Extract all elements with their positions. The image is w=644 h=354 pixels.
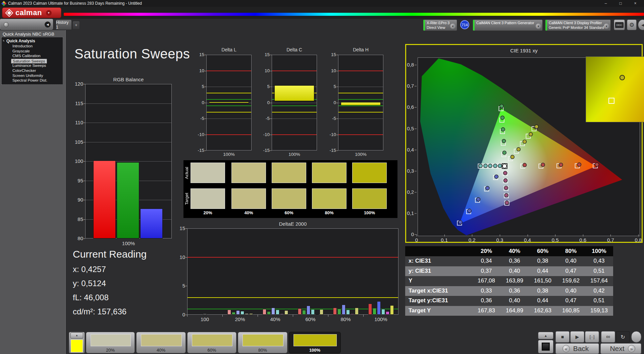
deltae-group-label: 100	[192, 316, 218, 322]
refresh-icon: ↻	[621, 334, 625, 340]
pattern-tile-20%[interactable]: 20%	[86, 332, 135, 353]
table-cell: 0,47	[557, 297, 585, 304]
deltae-bar	[263, 309, 266, 315]
delta_c-gridline	[272, 103, 317, 103]
table-cell: 0,51	[585, 297, 613, 304]
swatch-column-label: 20%	[191, 210, 225, 215]
deltae-bar	[351, 314, 354, 315]
play-button[interactable]: ▶	[570, 331, 584, 343]
stop-button[interactable]: ■	[555, 331, 570, 343]
rgb-gridline	[86, 123, 171, 123]
frame-icon: [··]	[590, 335, 595, 339]
cie-xtick-label: 0,3	[493, 237, 506, 243]
swatch-column-label: 60%	[272, 210, 306, 215]
delta_h-gridline	[338, 87, 383, 87]
deltae-bar	[346, 310, 350, 315]
square-icon	[542, 343, 550, 351]
continuous-read-button[interactable]: ∞	[601, 331, 615, 343]
swatch-actual-40%	[231, 163, 266, 183]
swatch-actual-100%	[352, 163, 387, 183]
delta_l-ytick-mark	[205, 71, 206, 71]
swatch-actual-80%	[312, 163, 346, 183]
delta_c-ytick-mark	[270, 71, 272, 71]
delta_l-ytick-label: 5	[194, 84, 204, 89]
delta_l-bar	[209, 102, 249, 103]
table-header-cell: 20%	[472, 248, 500, 255]
deltae-xtick-mark	[258, 315, 258, 317]
delta_l-ytick-label: -15	[194, 148, 204, 153]
pattern-tile-40%[interactable]: 40%	[136, 332, 186, 353]
delta_c-title: Delta C	[272, 47, 317, 52]
pattern-tile-60%[interactable]: 60%	[187, 332, 236, 353]
deltae-red-limit-line	[187, 257, 398, 258]
delta_l-ytick-mark	[205, 150, 206, 151]
pattern-tile-100%[interactable]: 100%	[289, 332, 341, 353]
cie-ytick-mark	[415, 171, 417, 171]
pattern-tile-swatch	[141, 334, 182, 346]
delta_l-ytick-mark	[205, 119, 206, 119]
bottom-current-swatch[interactable]	[71, 340, 83, 352]
delta_c-ytick-mark	[270, 87, 272, 87]
pattern-tile-80%[interactable]: 80%	[238, 332, 287, 353]
delta_c-ytick-label: 10	[259, 68, 270, 73]
transport-up-button[interactable]: ▲	[538, 332, 553, 339]
refresh-button[interactable]: ↻	[616, 331, 630, 343]
transport-big-stop-button[interactable]	[538, 340, 553, 353]
table-cell: 0,51	[585, 268, 613, 274]
cie-xtick-label: 0,6	[576, 237, 590, 243]
delta_c-gridline	[272, 119, 317, 119]
rgb-ytick-label: 110	[69, 120, 83, 125]
swatch-row-label-actual: Actual	[184, 163, 190, 183]
rgb-ytick-label: 90	[69, 197, 83, 203]
next-chevron-icon: »	[628, 345, 635, 352]
delta_h-ytick-mark	[336, 103, 338, 103]
pattern-tile-label: 40%	[137, 348, 185, 353]
delta_h-gridline	[338, 119, 383, 119]
table-cell: 0,36	[500, 258, 529, 264]
delta_h-ytick-label: -15	[325, 148, 336, 153]
table-cell: 0,44	[529, 297, 557, 304]
delta_h-ytick-label: 0	[325, 100, 336, 105]
delta_c-xaxis-label: 100%	[272, 152, 317, 157]
delta_l-green-limit-line	[207, 99, 251, 100]
cie-xtick-mark	[583, 234, 583, 236]
swatch-actual-20%	[191, 163, 225, 183]
table-cell: 0,36	[500, 287, 529, 294]
next-button[interactable]: Next »	[600, 343, 641, 354]
frame-step-button[interactable]: [··]	[585, 331, 599, 343]
deltae-bar	[245, 313, 249, 315]
deltae-bar	[249, 313, 253, 315]
swatch-target-100%	[352, 188, 387, 209]
deltae-group-label: 20%	[227, 316, 254, 322]
delta_c-ytick-label: -15	[259, 148, 270, 153]
delta_c-ytick-mark	[270, 119, 272, 119]
delta_h-ytick-label: -5	[325, 116, 336, 121]
delta_l-ytick-label: 10	[194, 68, 204, 73]
rgb-ytick-label: 80	[69, 235, 83, 241]
deltae-bar	[298, 308, 302, 315]
rgb-ytick-mark	[84, 84, 85, 84]
deltae-bar	[232, 312, 235, 315]
extra-round-button[interactable]	[631, 331, 641, 343]
deltae-bar	[320, 309, 323, 315]
cie-xtick-mark	[528, 234, 528, 236]
back-button[interactable]: « Back	[555, 343, 599, 354]
table-cell: 0,42	[585, 287, 613, 294]
deltae-group-label: 40%	[262, 316, 289, 322]
deltae-bar	[373, 308, 376, 315]
delta_h-yellow-limit-line	[338, 112, 383, 113]
cie-xtick-label: 0,1	[438, 237, 451, 243]
rgb-ytick-mark	[84, 161, 85, 162]
deltae-group-label: 100%	[368, 316, 394, 322]
delta_c-bar	[274, 85, 314, 101]
cie-xtick-label: 0,4	[521, 237, 534, 243]
pattern-tile-label: 20%	[86, 348, 135, 353]
table-cell: 159,62	[557, 277, 585, 284]
delta_h-bar	[341, 102, 381, 105]
delta_l-green-limit-line	[207, 105, 251, 106]
bottom-collapse-button[interactable]: ▲	[70, 333, 83, 339]
table-row-label: x: CIE31	[409, 258, 472, 264]
cie-ytick-mark	[415, 107, 417, 107]
delta_h-ytick-label: 5	[325, 84, 336, 89]
delta_c-ytick-mark	[270, 55, 272, 55]
